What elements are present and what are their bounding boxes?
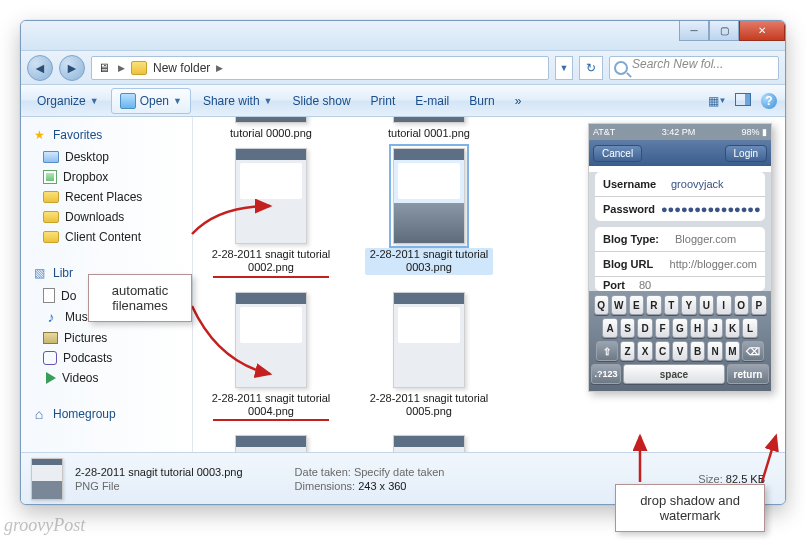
file-thumb-selected[interactable]: 2-28-2011 snagit tutorial 0003.png: [365, 148, 493, 277]
chevron-down-icon: ▼: [173, 96, 182, 106]
forward-button[interactable]: ►: [59, 55, 85, 81]
refresh-button[interactable]: ↻: [579, 56, 603, 80]
document-icon: [43, 288, 55, 303]
cancel-button: Cancel: [593, 145, 642, 162]
thumbnail-image: [235, 148, 307, 244]
thumbnail-image: [393, 117, 465, 123]
folder-icon: [131, 61, 147, 75]
file-thumb[interactable]: tutorial 0000.png: [207, 117, 335, 140]
minimize-button[interactable]: ─: [679, 21, 709, 41]
open-button[interactable]: Open ▼: [111, 88, 191, 114]
phone-navbar: Cancel Login: [589, 140, 771, 166]
thumbnail-image: [393, 292, 465, 388]
burn-button[interactable]: Burn: [461, 90, 502, 112]
sidebar-item-desktop[interactable]: Desktop: [39, 147, 188, 167]
watermark-text: groovyPost: [4, 515, 85, 536]
star-icon: ★: [31, 127, 47, 143]
dropbox-icon: [43, 170, 57, 184]
breadcrumb[interactable]: 🖥 ▶ New folder ▶: [91, 56, 549, 80]
phone-keyboard: QWERTYUIOP ASDFGHJKL ⇧ZXCVBNM⌫ .?123 spa…: [589, 291, 771, 391]
file-name: 2-28-2011 snagit tutorial 0005.png: [365, 392, 493, 418]
preview-pane: AT&T 3:42 PM 98% ▮ Cancel Login Username…: [575, 117, 785, 452]
sidebar-item-dropbox[interactable]: Dropbox: [39, 167, 188, 187]
chevron-down-icon: ▼: [264, 96, 273, 106]
annotation-callout-shadow: drop shadow and watermark: [615, 484, 765, 532]
dimensions-value: 243 x 360: [358, 480, 406, 492]
folder-icon: [43, 191, 59, 203]
favorites-header[interactable]: ★ Favorites: [25, 123, 188, 147]
search-icon: [614, 61, 628, 75]
help-button[interactable]: ?: [761, 93, 777, 109]
preview-pane-button[interactable]: [735, 93, 751, 106]
email-button[interactable]: E-mail: [407, 90, 457, 112]
battery-text: 98% ▮: [741, 127, 767, 137]
time-text: 3:42 PM: [662, 127, 696, 137]
file-name: 2-28-2011 snagit tutorial 0003.png: [365, 248, 493, 274]
print-button[interactable]: Print: [363, 90, 404, 112]
homegroup-icon: ⌂: [31, 406, 47, 422]
sidebar-item-videos[interactable]: Videos: [39, 368, 188, 388]
thumbnail-image: [393, 435, 465, 452]
pictures-icon: [43, 332, 58, 344]
path-text: New folder: [153, 61, 210, 75]
login-button: Login: [725, 145, 767, 162]
preview-image: AT&T 3:42 PM 98% ▮ Cancel Login Username…: [588, 123, 772, 392]
maximize-button[interactable]: ▢: [709, 21, 739, 41]
numeric-key: .?123: [591, 364, 621, 384]
search-placeholder: Search New fol...: [632, 57, 723, 71]
folder-icon: [43, 211, 59, 223]
toolbar: Organize ▼ Open ▼ Share with ▼ Slide sho…: [21, 85, 785, 117]
podcasts-icon: [43, 351, 57, 365]
search-input[interactable]: Search New fol...: [609, 56, 779, 80]
sidebar-item-downloads[interactable]: Downloads: [39, 207, 188, 227]
details-thumbnail: [31, 458, 63, 500]
music-icon: ♪: [43, 309, 59, 325]
file-name: 2-28-2011 snagit tutorial 0002.png: [207, 248, 335, 274]
organize-menu[interactable]: Organize ▼: [29, 90, 107, 112]
share-menu[interactable]: Share with ▼: [195, 90, 281, 112]
thumbnail-image: [235, 117, 307, 123]
explorer-window: ─ ▢ ✕ ◄ ► 🖥 ▶ New folder ▶ ▼ ↻ Search Ne…: [20, 20, 786, 505]
file-name: tutorial 0000.png: [207, 127, 335, 140]
history-dropdown[interactable]: ▼: [555, 56, 573, 80]
details-filetype: PNG File: [75, 480, 243, 492]
computer-icon: 🖥: [96, 60, 112, 76]
file-thumb[interactable]: [365, 435, 493, 452]
space-key: space: [623, 364, 725, 384]
homegroup-header[interactable]: ⌂ Homegroup: [25, 402, 188, 426]
sidebar-item-client[interactable]: Client Content: [39, 227, 188, 247]
carrier-text: AT&T: [593, 127, 615, 137]
close-button[interactable]: ✕: [739, 21, 785, 41]
file-thumb[interactable]: 2-28-2011 snagit tutorial 0002.png: [207, 148, 335, 277]
file-thumb[interactable]: [207, 435, 335, 452]
chevron-right-icon: ▶: [216, 63, 223, 73]
date-taken-field[interactable]: Specify date taken: [354, 466, 445, 478]
thumbnail-image: [393, 148, 465, 244]
thumbnail-image: [235, 435, 307, 452]
chevron-down-icon: ▼: [90, 96, 99, 106]
toolbar-overflow[interactable]: »: [507, 90, 530, 112]
file-thumb[interactable]: tutorial 0001.png: [365, 117, 493, 140]
annotation-callout-filenames: automatic filenames: [88, 274, 192, 322]
file-thumb[interactable]: 2-28-2011 snagit tutorial 0004.png: [207, 292, 335, 421]
file-list[interactable]: tutorial 0000.png tutorial 0001.png 2-28…: [193, 117, 575, 452]
videos-icon: [46, 372, 56, 384]
file-name: tutorial 0001.png: [365, 127, 493, 140]
thumbnail-image: [235, 292, 307, 388]
sidebar-item-recent[interactable]: Recent Places: [39, 187, 188, 207]
libraries-icon: ▧: [31, 265, 47, 281]
size-value: 82.5 KB: [726, 473, 765, 485]
file-thumb[interactable]: 2-28-2011 snagit tutorial 0005.png: [365, 292, 493, 421]
open-icon: [120, 93, 136, 109]
chevron-right-icon: ▶: [118, 63, 125, 73]
window-controls: ─ ▢ ✕: [679, 21, 785, 41]
nav-row: ◄ ► 🖥 ▶ New folder ▶ ▼ ↻ Search New fol.…: [21, 51, 785, 85]
return-key: return: [727, 364, 769, 384]
slideshow-button[interactable]: Slide show: [285, 90, 359, 112]
sidebar-item-podcasts[interactable]: Podcasts: [39, 348, 188, 368]
view-options-button[interactable]: ▦ ▼: [709, 93, 725, 109]
sidebar-item-pictures[interactable]: Pictures: [39, 328, 188, 348]
details-filename: 2-28-2011 snagit tutorial 0003.png: [75, 466, 243, 478]
titlebar: ─ ▢ ✕: [21, 21, 785, 51]
back-button[interactable]: ◄: [27, 55, 53, 81]
